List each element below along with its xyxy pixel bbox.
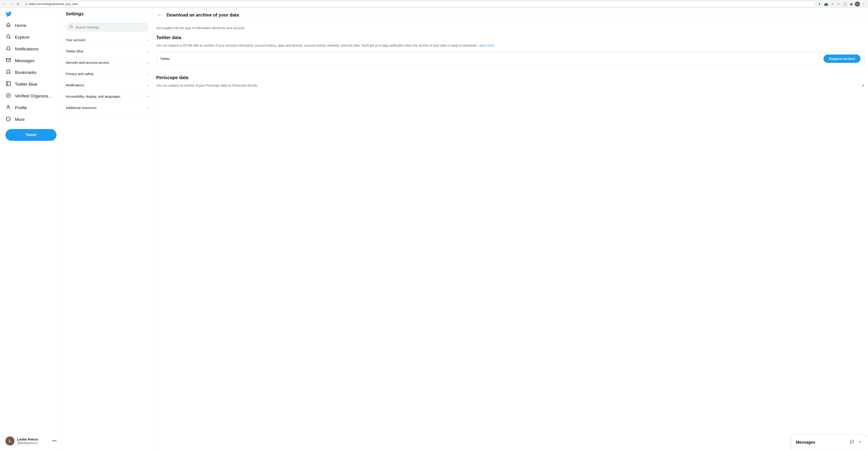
sidebar-item-home[interactable]: Home <box>3 20 59 31</box>
twitter-data-description: You can request a ZIP file with an archi… <box>156 43 864 48</box>
section-divider <box>156 71 864 71</box>
browser-forward-button[interactable]: → <box>8 1 14 7</box>
messages-collapse-button[interactable] <box>857 439 863 446</box>
content-body: Get insights into the type of informatio… <box>153 22 868 92</box>
browser-share-icon[interactable]: ↗ <box>830 1 835 7</box>
browser-url: twitter.com/settings/download_your_data <box>29 2 78 6</box>
sidebar: Home Explore Notifications Messages Book <box>0 8 62 450</box>
settings-menu-notifications[interactable]: Notifications › <box>62 79 152 91</box>
settings-twitter-blue-label: Twitter Blue <box>66 49 84 53</box>
settings-accessibility-label: Accessibility, display, and languages <box>66 94 120 98</box>
verified-icon <box>5 93 11 99</box>
browser-download-icon[interactable]: ⬇ <box>817 1 822 7</box>
periscope-row: You can request an archive of your Peris… <box>156 83 864 88</box>
search-settings-input[interactable] <box>75 25 145 29</box>
back-button[interactable]: ← <box>156 11 163 19</box>
user-details: Leslie Peirce @lesliepeirce1 <box>17 437 38 445</box>
settings-header: Settings <box>62 8 152 20</box>
twitter-archive-label: Twitter <box>160 57 170 61</box>
more-icon <box>5 117 11 123</box>
periscope-data-title: Periscope data <box>156 75 864 80</box>
twitter-archive-row: Twitter Request archive <box>156 52 864 66</box>
settings-notifications-label: Notifications <box>66 83 84 87</box>
search-settings-bar[interactable] <box>66 23 149 32</box>
request-archive-button[interactable]: Request archive <box>824 55 861 63</box>
lock-icon: 🔒 <box>25 3 27 5</box>
messages-floating-actions <box>849 439 863 446</box>
browser-split-icon[interactable]: ▣ <box>848 1 854 7</box>
periscope-description: You can request an archive of your Peris… <box>156 83 258 88</box>
browser-tab-icon[interactable]: ⬜ <box>842 1 848 7</box>
settings-additional-label: Additional resources <box>66 106 96 109</box>
learn-more-link[interactable]: Learn more <box>478 44 494 47</box>
periscope-data-section: Periscope data You can request an archiv… <box>156 75 864 88</box>
sidebar-twitter-blue-label: Twitter Blue <box>15 82 37 87</box>
settings-menu-additional[interactable]: Additional resources › <box>62 102 152 114</box>
browser-menu-icon[interactable]: ⋮ <box>861 1 866 7</box>
app-container: Home Explore Notifications Messages Book <box>0 8 868 450</box>
browser-back-button[interactable]: ← <box>2 1 7 7</box>
profile-icon <box>5 105 11 111</box>
search-icon <box>69 25 73 29</box>
svg-point-5 <box>7 105 9 107</box>
user-avatar: L <box>5 437 14 446</box>
sidebar-item-profile[interactable]: Profile <box>3 102 59 114</box>
browser-star-icon[interactable]: ☆ <box>836 1 841 7</box>
user-more-icon: ••• <box>52 439 57 444</box>
sidebar-item-verified[interactable]: Verified Organiza... <box>3 90 59 102</box>
browser-address-bar[interactable]: 🔒 twitter.com/settings/download_your_dat… <box>22 1 815 7</box>
content-header: ← Download an archive of your data <box>153 8 868 22</box>
browser-cast-icon[interactable]: 📺 <box>823 1 829 7</box>
settings-menu-privacy[interactable]: Privacy and safety › <box>62 68 152 79</box>
sidebar-messages-label: Messages <box>15 58 35 63</box>
settings-security-label: Security and account access <box>66 61 109 64</box>
svg-point-4 <box>6 93 10 97</box>
sidebar-explore-label: Explore <box>15 35 29 40</box>
sidebar-item-messages[interactable]: Messages <box>3 55 59 67</box>
settings-menu-accessibility[interactable]: Accessibility, display, and languages › <box>62 91 152 102</box>
settings-title: Settings <box>66 11 84 16</box>
user-info[interactable]: L Leslie Peirce @lesliepeirce1 ••• <box>3 434 59 448</box>
messages-compose-button[interactable] <box>849 439 855 446</box>
svg-line-11 <box>72 27 72 28</box>
chevron-right-icon: › <box>148 72 149 76</box>
svg-point-10 <box>70 25 72 28</box>
sidebar-bookmarks-label: Bookmarks <box>15 70 36 75</box>
settings-privacy-label: Privacy and safety <box>66 72 94 76</box>
chevron-right-icon: › <box>148 84 149 87</box>
tweet-button[interactable]: Tweet <box>5 129 57 141</box>
sidebar-notifications-label: Notifications <box>15 46 38 52</box>
svg-line-1 <box>9 37 10 38</box>
external-link-icon[interactable]: ↗ <box>861 84 864 88</box>
home-icon <box>5 22 11 29</box>
settings-menu-security[interactable]: Security and account access › <box>62 57 152 68</box>
twitter-data-title: Twitter data <box>156 35 864 40</box>
bookmarks-icon <box>5 69 11 76</box>
settings-your-account-label: Your account <box>66 38 86 42</box>
svg-point-0 <box>6 35 10 38</box>
browser-chrome: ← → ↻ 🔒 twitter.com/settings/download_yo… <box>0 0 868 8</box>
sidebar-item-twitter-blue[interactable]: Twitter Blue <box>3 78 59 90</box>
messages-icon <box>5 58 11 64</box>
sidebar-item-explore[interactable]: Explore <box>3 31 59 43</box>
notifications-icon <box>5 46 11 52</box>
settings-menu-your-account[interactable]: Your account › <box>62 34 152 46</box>
chevron-right-icon: › <box>148 38 149 42</box>
chevron-right-icon: › <box>148 61 149 64</box>
browser-refresh-button[interactable]: ↻ <box>16 1 21 7</box>
twitter-logo[interactable] <box>3 8 59 20</box>
sidebar-item-notifications[interactable]: Notifications <box>3 43 59 55</box>
settings-menu-twitter-blue[interactable]: Twitter Blue › <box>62 46 152 57</box>
page-subtitle: Get insights into the type of informatio… <box>156 26 864 31</box>
sidebar-item-bookmarks[interactable]: Bookmarks <box>3 67 59 78</box>
chevron-right-icon: › <box>148 95 149 98</box>
sidebar-profile-label: Profile <box>15 105 27 110</box>
twitter-data-section: Twitter data You can request a ZIP file … <box>156 35 864 66</box>
main-content: ← Download an archive of your data Get i… <box>153 8 868 450</box>
chevron-right-icon: › <box>148 50 149 53</box>
page-title: Download an archive of your data <box>166 12 239 18</box>
sidebar-verified-label: Verified Organiza... <box>15 94 52 99</box>
sidebar-item-more[interactable]: More <box>3 114 59 125</box>
sidebar-more-label: More <box>15 117 25 122</box>
browser-profile-icon[interactable]: L <box>855 2 860 6</box>
